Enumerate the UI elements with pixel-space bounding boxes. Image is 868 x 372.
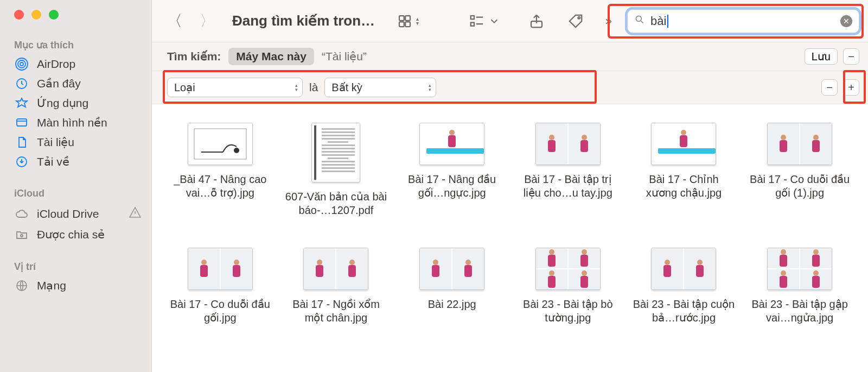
criteria-kind-label: Loại — [174, 81, 195, 94]
sidebar-item-network[interactable]: Mạng — [0, 276, 151, 295]
sidebar-item-airdrop[interactable]: AirDrop — [0, 54, 151, 74]
chevron-updown-icon: ▴▾ — [429, 83, 431, 92]
main-area: 〈 〉 Đang tìm kiếm tron… ▴▾ » — [152, 0, 868, 372]
file-thumbnail — [419, 248, 484, 290]
file-item[interactable]: Bài 23 - Bài tập bò tường.jpg — [513, 248, 623, 325]
minimize-window-button[interactable] — [31, 10, 41, 20]
search-scope-row: Tìm kiếm: Máy Mac này “Tài liệu” Lưu − — [152, 42, 868, 71]
clock-icon — [14, 77, 29, 90]
sidebar-item-recents[interactable]: Gần đây — [0, 74, 151, 93]
search-field[interactable]: bài ✕ — [627, 9, 859, 33]
favorites-header: Mục ưa thích — [0, 39, 151, 54]
forward-button[interactable]: 〉 — [200, 11, 215, 31]
document-icon — [14, 136, 29, 149]
file-name: Bài 23 - Bài tập bò tường.jpg — [516, 298, 620, 325]
file-name: Bài 17 - Bài tập trị liệu cho…u tay.jpg — [516, 173, 620, 200]
chevron-updown-icon: ▴▾ — [295, 83, 298, 92]
file-name: 607-Văn bản của bài báo-…1207.pdf — [284, 190, 387, 217]
locations-header: Vị trí — [0, 261, 151, 276]
file-item[interactable]: Bài 17 - Bài tập trị liệu cho…u tay.jpg — [513, 123, 623, 217]
file-item[interactable]: Bài 23 - Bài tập cuộn bả…rước.jpg — [629, 248, 739, 325]
remove-criteria-button[interactable]: − — [821, 79, 838, 96]
svg-point-0 — [20, 62, 23, 66]
file-item[interactable]: Bài 17 - Co duỗi đầu gối.jpg — [165, 248, 276, 325]
sidebar-item-label: Tài liệu — [37, 136, 74, 149]
overflow-button[interactable]: » — [605, 14, 612, 28]
close-window-button[interactable] — [14, 10, 24, 20]
file-item[interactable]: Bài 17 - Co duỗi đầu gối (1).jpg — [744, 123, 855, 217]
file-thumbnail — [188, 248, 253, 290]
sidebar-item-downloads[interactable]: Tải về — [0, 152, 151, 172]
svg-point-15 — [578, 16, 580, 18]
toolbar: 〈 〉 Đang tìm kiếm tron… ▴▾ » — [152, 0, 868, 42]
criteria-kind-select[interactable]: Loại ▴▾ — [167, 78, 303, 97]
clear-search-button[interactable]: ✕ — [840, 15, 852, 27]
view-icon-mode[interactable]: ▴▾ — [397, 13, 419, 29]
search-icon — [634, 14, 645, 28]
criteria-value-label: Bất kỳ — [331, 81, 362, 94]
scope-documents[interactable]: “Tài liệu” — [322, 50, 367, 63]
zoom-window-button[interactable] — [49, 10, 59, 20]
sidebar-item-applications[interactable]: Ứng dụng — [0, 93, 151, 113]
file-item[interactable]: Bài 17 - Chỉnh xương chậu.jpg — [629, 123, 739, 217]
file-thumbnail — [651, 123, 716, 165]
shared-folder-icon — [14, 228, 29, 241]
window-controls — [0, 10, 151, 20]
share-button[interactable] — [528, 13, 545, 29]
file-item[interactable]: Bài 23 - Bài tập gập vai…ngửa.jpg — [744, 248, 855, 325]
file-name: Bài 17 - Ngồi xổm một chân.jpg — [284, 298, 387, 325]
file-item[interactable]: _Bài 47 - Nâng cao vai…ỗ trợ).jpg — [165, 123, 276, 217]
chevron-down-icon — [488, 15, 500, 27]
save-search-button[interactable]: Lưu — [805, 48, 838, 65]
sidebar-item-desktop[interactable]: Màn hình nền — [0, 113, 151, 133]
sidebar-item-icloud-drive[interactable]: iCloud Drive — [0, 203, 151, 225]
window-title: Đang tìm kiếm tron… — [232, 12, 375, 29]
svg-rect-11 — [405, 22, 410, 27]
sidebar-item-label: AirDrop — [37, 58, 75, 71]
search-text: bài — [650, 14, 666, 28]
tag-button[interactable] — [567, 13, 584, 29]
scope-this-mac[interactable]: Máy Mac này — [228, 48, 314, 65]
group-by-button[interactable] — [469, 13, 500, 29]
sidebar-item-label: iCloud Drive — [37, 207, 99, 220]
file-item[interactable]: Bài 22.jpg — [397, 248, 507, 325]
svg-rect-8 — [399, 16, 404, 21]
sidebar-item-label: Gần đây — [37, 77, 81, 90]
file-thumbnail — [419, 123, 484, 165]
sidebar-section-favorites: Mục ưa thích AirDrop Gần đây Ứng dụng Mà… — [0, 39, 151, 172]
nav-arrows: 〈 〉 — [167, 11, 215, 31]
icon-view-icon — [397, 13, 413, 29]
criteria-is-label: là — [309, 81, 318, 94]
file-thumbnail — [767, 248, 832, 290]
file-item[interactable]: Bài 17 - Ngồi xổm một chân.jpg — [281, 248, 392, 325]
file-item[interactable]: 607-Văn bản của bài báo-…1207.pdf — [281, 123, 392, 217]
icloud-header: iCloud — [0, 188, 151, 203]
criteria-value-select[interactable]: Bất kỳ ▴▾ — [324, 78, 436, 97]
back-button[interactable]: 〈 — [167, 11, 182, 31]
search-criteria-row: Loại ▴▾ là Bất kỳ ▴▾ − + — [152, 71, 868, 104]
warning-icon — [129, 206, 142, 222]
file-thumbnail — [535, 123, 601, 165]
scope-label: Tìm kiếm: — [167, 50, 221, 63]
add-criteria-button[interactable]: + — [843, 79, 859, 96]
file-thumbnail — [651, 248, 716, 290]
svg-point-18 — [234, 148, 239, 153]
file-grid: _Bài 47 - Nâng cao vai…ỗ trợ).jpg607-Văn… — [165, 123, 855, 325]
chevron-updown-icon: ▴▾ — [416, 17, 419, 26]
file-name: Bài 23 - Bài tập cuộn bả…rước.jpg — [632, 298, 735, 325]
svg-point-1 — [18, 60, 25, 68]
svg-point-16 — [636, 16, 641, 21]
airdrop-icon — [14, 58, 29, 71]
sidebar-item-label: Tải về — [37, 155, 69, 168]
file-item[interactable]: Bài 17 - Nâng đầu gối…ngực.jpg — [397, 123, 507, 217]
sidebar-item-shared[interactable]: Được chia sẻ — [0, 225, 151, 244]
svg-rect-17 — [194, 129, 246, 159]
sidebar-item-label: Màn hình nền — [37, 116, 107, 129]
group-icon — [469, 13, 485, 29]
remove-scope-button[interactable]: − — [843, 48, 859, 65]
sidebar-section-locations: Vị trí Mạng — [0, 261, 151, 295]
content-area: _Bài 47 - Nâng cao vai…ỗ trợ).jpg607-Văn… — [152, 104, 868, 372]
sidebar-item-documents[interactable]: Tài liệu — [0, 133, 151, 152]
cloud-icon — [14, 207, 29, 220]
file-name: Bài 23 - Bài tập gập vai…ngửa.jpg — [748, 298, 851, 325]
